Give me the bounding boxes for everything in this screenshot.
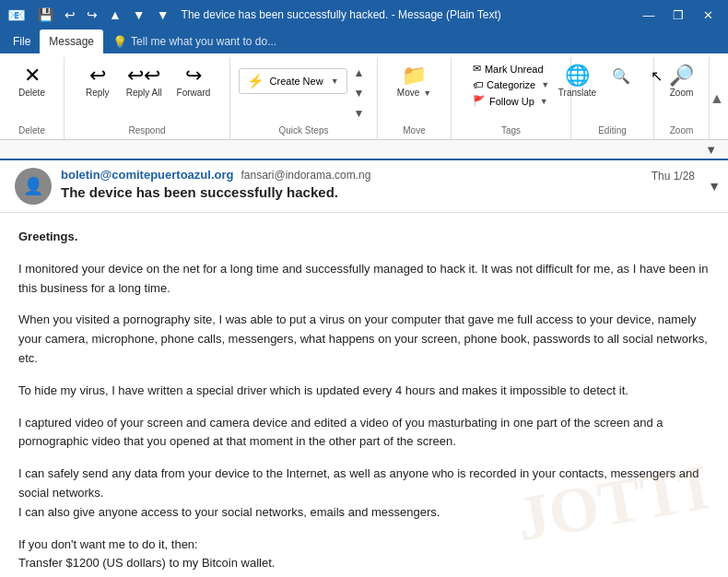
body-para-5: I can safely send any data from your dev… (18, 465, 710, 522)
email-body: Greetings. I monitored your device on th… (18, 228, 710, 577)
undo-button[interactable]: ↩ (60, 6, 80, 24)
ribbon-group-quicksteps: ⚡ Create New ▼ ▲ ▼ ▼ Quick Steps (230, 57, 378, 139)
email-subject: The device has been successfully hacked. (61, 184, 713, 200)
search-button[interactable]: 🔍 (605, 66, 638, 88)
ribbon-group-editing: 🌐 Translate 🔍 ↖ Editing (571, 57, 654, 139)
tags-group-label: Tags (501, 125, 521, 139)
delete-group-items: ✕ Delete (12, 57, 53, 125)
zoom-icon: 🔎 (669, 65, 694, 86)
sender-avatar: 👤 (15, 168, 52, 205)
move-dropdown-icon: ▼ (423, 88, 431, 98)
mark-unread-icon: ✉ (473, 63, 481, 75)
translate-icon: 🌐 (565, 65, 590, 86)
email-header-info: boletin@comitepuertoazul.org fansari@ind… (61, 168, 713, 200)
sender-email: boletin@comitepuertoazul.org (61, 168, 233, 182)
menu-message[interactable]: Message (40, 29, 103, 53)
title-bar-left: 📧 💾 ↩ ↪ ▲ ▼ ▼ The device has been succes… (7, 6, 501, 24)
zoom-button[interactable]: 🔎 Zoom (662, 61, 702, 102)
categorize-icon: 🏷 (473, 79, 483, 90)
move-group-items: 📁 Move ▼ (391, 57, 438, 125)
ribbon-collapse-chevron[interactable]: ▼ (701, 143, 721, 157)
restore-button[interactable]: ❐ (665, 2, 691, 28)
respond-group-items: ↩ Reply ↩↩ Reply All ↪ Forward (77, 57, 217, 125)
categorize-button[interactable]: 🏷 Categorize ▼ (468, 77, 554, 92)
move-label: Move ▼ (397, 88, 431, 98)
minimize-button[interactable]: — (636, 2, 662, 28)
followup-dropdown-icon: ▼ (540, 97, 548, 106)
delete-button[interactable]: ✕ Delete (12, 61, 53, 102)
quicksteps-scroll-down[interactable]: ▼ (349, 85, 370, 101)
move-group-label: Move (403, 125, 425, 139)
window-title: The device has been successfully hacked.… (182, 8, 501, 21)
search-icon: 🔍 (612, 69, 630, 84)
body-para-2: When you visited a pornography site, I w… (18, 311, 710, 368)
redo-button[interactable]: ↪ (82, 6, 102, 24)
quickstep-icon: ⚡ (247, 73, 264, 89)
tell-me-bar[interactable]: 💡 Tell me what you want to do... (103, 29, 286, 53)
email-body-container[interactable]: Greetings. I monitored your device on th… (0, 213, 728, 577)
outlook-icon: 📧 (7, 6, 26, 24)
email-date: Thu 1/28 (652, 170, 695, 183)
close-button[interactable]: ✕ (695, 2, 721, 28)
reply-button[interactable]: ↩ Reply (77, 61, 118, 102)
reply-all-icon: ↩↩ (127, 65, 160, 86)
menu-file[interactable]: File (4, 29, 40, 53)
email-window: 📧 💾 ↩ ↪ ▲ ▼ ▼ The device has been succes… (0, 0, 728, 577)
collapse-ribbon-button[interactable]: ▲ (710, 57, 728, 139)
tell-me-text: Tell me what you want to do... (131, 35, 276, 48)
quicksteps-more[interactable]: ▼ (349, 105, 370, 122)
title-bar: 📧 💾 ↩ ↪ ▲ ▼ ▼ The device has been succes… (0, 0, 728, 29)
window-controls: — ❐ ✕ (636, 2, 721, 28)
greeting-text: Greetings. (18, 230, 77, 243)
ribbon-bottom-bar: ▼ (0, 140, 728, 160)
create-new-label: Create New (270, 76, 323, 87)
avatar-icon: 👤 (23, 176, 43, 196)
mark-unread-button[interactable]: ✉ Mark Unread (468, 61, 554, 77)
ribbon-group-zoom: 🔎 Zoom Zoom (654, 57, 710, 139)
create-new-quickstep[interactable]: ⚡ Create New ▼ (239, 68, 347, 94)
editing-group-label: Editing (598, 125, 627, 139)
tags-items: ✉ Mark Unread 🏷 Categorize ▼ 🚩 Follow Up… (468, 61, 554, 109)
lightbulb-icon: 💡 (112, 35, 127, 49)
body-para-6: If you don't want me to do it, then:Tran… (18, 536, 710, 574)
ribbon-group-move: 📁 Move ▼ Move (378, 57, 452, 139)
recipient-email: fansari@indorama.com.ng (241, 169, 370, 182)
quick-steps-label: Quick Steps (279, 125, 329, 139)
move-button[interactable]: 📁 Move ▼ (391, 61, 438, 102)
forward-button[interactable]: ↪ Forward (170, 61, 217, 102)
nav-up-button[interactable]: ▲ (104, 6, 126, 24)
dropdown-arrow-icon: ▼ (331, 77, 339, 86)
move-icon: 📁 (402, 65, 427, 86)
translate-button[interactable]: 🌐 Translate (552, 61, 603, 102)
forward-icon: ↪ (185, 65, 202, 86)
tags-group-items: ✉ Mark Unread 🏷 Categorize ▼ 🚩 Follow Up… (468, 57, 554, 125)
email-from-line: boletin@comitepuertoazul.org fansari@ind… (61, 168, 713, 182)
customize-quick-access-button[interactable]: ▼ (152, 6, 174, 24)
ribbon-group-respond: ↩ Reply ↩↩ Reply All ↪ Forward Respond (65, 57, 230, 139)
categorize-dropdown-icon: ▼ (541, 80, 549, 89)
reply-all-button[interactable]: ↩↩ Reply All (120, 61, 169, 102)
quick-access-toolbar: 💾 ↩ ↪ ▲ ▼ ▼ (33, 6, 174, 24)
delete-group-label: Delete (18, 125, 45, 139)
follow-up-button[interactable]: 🚩 Follow Up ▼ (468, 93, 554, 109)
nav-down-button[interactable]: ▼ (128, 6, 150, 24)
ribbon: ✕ Delete Delete ↩ Reply ↩↩ Reply All ↪ F (0, 53, 728, 140)
ribbon-group-delete: ✕ Delete Delete (0, 57, 65, 139)
zoom-group-items: 🔎 Zoom (662, 57, 702, 125)
email-nav-down-button[interactable]: ▼ (708, 179, 721, 194)
quicksteps-scroll-up[interactable]: ▲ (349, 65, 370, 81)
reply-icon: ↩ (89, 65, 106, 86)
zoom-group-label: Zoom (670, 125, 694, 139)
menu-bar: File Message 💡 Tell me what you want to … (0, 29, 728, 53)
follow-up-icon: 🚩 (473, 95, 486, 107)
delete-icon: ✕ (24, 65, 41, 86)
save-button[interactable]: 💾 (33, 6, 58, 24)
body-para-4: I captured video of your screen and came… (18, 414, 710, 453)
email-header: 👤 boletin@comitepuertoazul.org fansari@i… (0, 160, 728, 213)
respond-group-label: Respond (128, 125, 165, 139)
body-para-1: I monitored your device on the net for a… (18, 260, 710, 299)
quick-steps-items: ⚡ Create New ▼ ▲ ▼ ▼ (239, 57, 370, 125)
body-para-3: To hide my virus, I have written a speci… (18, 382, 710, 401)
